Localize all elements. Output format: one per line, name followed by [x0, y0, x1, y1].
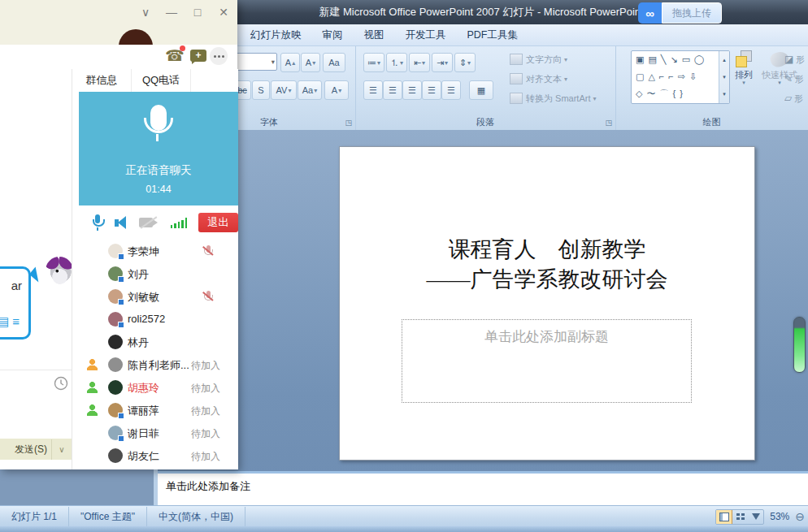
arrange-button[interactable]: 排列 ▾ [728, 50, 760, 110]
ribbon-tab[interactable]: 幻灯片放映 [240, 24, 312, 45]
text-shadow-button[interactable]: S [252, 80, 270, 100]
member-avatar [108, 335, 123, 349]
file-action-icons[interactable]: ▤≡ [0, 314, 23, 329]
shape-format-button[interactable]: ✎ 形 [784, 69, 808, 89]
member-avatar [108, 448, 123, 463]
paragraph-button[interactable]: ⇥▾ [432, 53, 453, 72]
member-status: 待加入 [191, 427, 220, 441]
paragraph-button[interactable]: ⇕▾ [454, 53, 476, 72]
alignment-button[interactable]: ☰ [402, 80, 422, 100]
notes-pane[interactable]: 单击此处添加备注 [158, 471, 808, 505]
mouse-emoji-avatar[interactable] [46, 257, 72, 284]
menu-icon[interactable]: ≡ [12, 314, 23, 328]
zoom-level[interactable]: 53% [770, 511, 789, 522]
qq-tab[interactable]: QQ电话 [132, 69, 191, 92]
member-row[interactable]: 刘敏敏 [72, 285, 238, 308]
qq-tab[interactable]: 群信息 [72, 69, 132, 92]
slide-title-line2: ——广告学系教改研讨会 [340, 265, 754, 295]
member-avatar [108, 289, 123, 304]
status-segment[interactable]: 中文(简体，中国) [147, 507, 245, 527]
char-spacing-button[interactable]: AV▾ [271, 80, 297, 100]
send-options-chevron-icon[interactable]: ∨ [51, 439, 72, 460]
paragraph-dialog-launcher-icon[interactable]: ◳ [605, 119, 612, 127]
ribbon-tab[interactable]: PDF工具集 [457, 24, 529, 45]
change-case-button[interactable]: Aa▾ [298, 80, 322, 100]
decrease-font-button[interactable]: A▾ [301, 53, 320, 72]
member-row[interactable]: 谭丽萍 待加入 [72, 399, 238, 422]
shape-gallery-row[interactable]: ▢△⌐⌐⇨⇩ [632, 68, 729, 85]
member-row[interactable]: 刘丹 [72, 262, 238, 285]
paragraph-menu-item[interactable]: 对齐文本▾ [510, 71, 614, 86]
camera-off-icon[interactable] [139, 216, 158, 229]
paragraph-button[interactable]: ⒈▾ [386, 53, 407, 72]
member-row[interactable]: 李荣坤 [72, 240, 238, 262]
shape-format-button[interactable]: ◪ 形 [784, 50, 808, 69]
slide-sorter-button[interactable] [732, 510, 748, 524]
new-message-icon[interactable]: + [190, 50, 206, 62]
shape-gallery-row[interactable]: ◇〜⌒{} [632, 85, 729, 102]
ribbon-tab[interactable]: 开发工具 [395, 24, 457, 45]
paragraph-menu-item[interactable]: 文字方向▾ [510, 52, 614, 67]
file-icon[interactable]: ▤ [0, 314, 12, 328]
shape-format-buttons: ◪ 形 ✎ 形 ▱ 形 [784, 50, 808, 108]
exit-call-button[interactable]: 退出 [198, 213, 238, 232]
group-avatar[interactable] [119, 29, 153, 45]
window-menu-icon[interactable]: ∨ [138, 4, 153, 20]
member-row[interactable]: roli2572 [72, 308, 238, 331]
member-name: 刘敏敏 [128, 290, 159, 305]
alignment-button[interactable]: ☰ [383, 80, 402, 100]
member-row[interactable]: 谢日菲 待加入 [72, 422, 238, 444]
paragraph-button[interactable]: ≔▾ [363, 53, 384, 72]
screen: 新建 Microsoft Office PowerPoint 2007 幻灯片 … [0, 0, 808, 532]
shapes-gallery[interactable]: ▣▤╲↘▭◯▢△⌐⌐⇨⇩◇〜⌒{} ▴ ▾ ▾ [631, 50, 730, 104]
window-bottom-edge [0, 526, 808, 532]
drag-upload-button[interactable]: 拖拽上传 [662, 2, 722, 24]
paragraph-button[interactable]: ⇤▾ [409, 53, 430, 72]
ribbon-tab[interactable]: 视图 [354, 24, 395, 45]
member-row[interactable]: 陈肖利老师... 待加入 [72, 353, 238, 376]
ribbon-tab[interactable]: 审阅 [312, 24, 354, 45]
alignment-button[interactable]: ▦ [469, 80, 493, 100]
shape-gallery-row[interactable]: ▣▤╲↘▭◯ [632, 51, 729, 68]
chat-file-bubble[interactable]: ar ▤≡ [0, 266, 31, 340]
alignment-button[interactable]: ☰ [441, 80, 461, 100]
more-options-icon[interactable] [210, 47, 228, 65]
mobile-badge-icon [118, 435, 124, 442]
alignment-button[interactable]: ☰ [363, 80, 383, 100]
member-row[interactable]: 林丹 [72, 331, 238, 353]
group-call-panel: 群信息QQ电话 正在语音聊天 01:44 退出 [72, 69, 238, 469]
microphone-icon [142, 105, 175, 147]
slideshow-button[interactable] [748, 510, 763, 524]
shape-format-button[interactable]: ▱ 形 [784, 89, 808, 108]
arrange-icon [736, 50, 752, 67]
clear-format-button[interactable]: Aa [323, 53, 345, 72]
status-segment[interactable]: 幻灯片 1/1 [0, 507, 69, 527]
speaker-toggle-icon[interactable] [115, 216, 126, 229]
zoom-out-icon[interactable]: ⊖ [795, 510, 805, 523]
normal-view-button[interactable] [716, 510, 732, 524]
paragraph-menu-item[interactable]: 转换为 SmartArt▾ [510, 91, 614, 106]
alignment-button[interactable]: ☰ [422, 80, 441, 100]
minimize-icon[interactable]: — [164, 4, 179, 20]
history-clock-icon[interactable] [54, 376, 68, 391]
font-color-button[interactable]: A▾ [324, 80, 349, 100]
maximize-icon[interactable]: □ [190, 4, 205, 20]
subtitle-placeholder[interactable]: 单击此处添加副标题 [402, 319, 692, 403]
close-icon[interactable]: ✕ [216, 4, 231, 20]
member-row[interactable]: 胡惠玲 待加入 [72, 376, 238, 399]
member-status: 待加入 [191, 450, 220, 464]
increase-font-button[interactable]: A▴ [280, 53, 300, 72]
status-segment[interactable]: "Office 主题" [69, 507, 147, 527]
send-button[interactable]: 发送(S) [0, 443, 51, 456]
slide-title[interactable]: 课程育人 创新教学 ——广告学系教改研讨会 [340, 235, 754, 295]
member-row[interactable]: 胡友仁 待加入 [72, 444, 238, 467]
slides-pane[interactable] [0, 469, 154, 505]
font-dialog-launcher-icon[interactable]: ◳ [345, 119, 352, 127]
ppt-status-bar: 幻灯片 1/1"Office 主题"中文(简体，中国) 53% ⊖ [0, 505, 808, 527]
slide-canvas[interactable]: 课程育人 创新教学 ——广告学系教改研讨会 单击此处添加副标题 [339, 146, 755, 461]
mute-mic-toggle-icon[interactable] [92, 214, 103, 231]
notes-placeholder[interactable]: 单击此处添加备注 [166, 479, 250, 494]
presence-person-icon [87, 404, 98, 416]
netdisk-upload-widget[interactable]: ∞ 拖拽上传 [638, 2, 722, 24]
volume-indicator[interactable] [793, 317, 806, 373]
